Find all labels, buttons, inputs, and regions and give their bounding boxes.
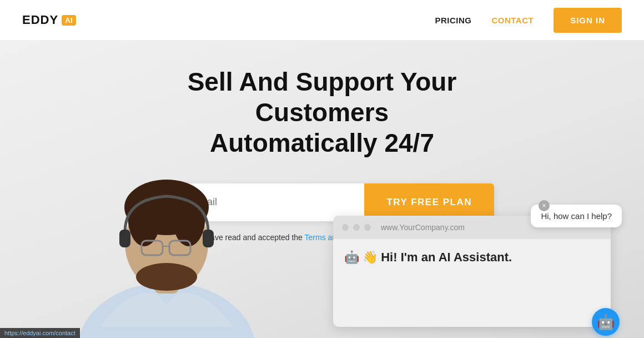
- header: EDDY AI PRICING CONTACT SIGN IN: [0, 0, 644, 40]
- logo-text: EDDY: [22, 13, 58, 27]
- status-url: https://eddyai.com/contact: [4, 330, 76, 336]
- browser-mockup: www.YourCompany.com 🤖 👋 Hi! I'm an AI As…: [333, 216, 611, 327]
- browser-dot-3: [364, 224, 371, 231]
- sign-in-button[interactable]: SIGN IN: [554, 8, 622, 33]
- ai-greeting-text: 🤖 👋 Hi! I'm an AI Assistant.: [344, 250, 512, 265]
- svg-point-4: [128, 185, 161, 246]
- bot-icon[interactable]: 🤖: [592, 308, 620, 336]
- logo: EDDY AI: [22, 13, 76, 27]
- browser-dot-2: [353, 224, 360, 231]
- nav-contact[interactable]: CONTACT: [491, 16, 534, 25]
- ai-greeting: 🤖 👋 Hi! I'm an AI Assistant.: [344, 250, 600, 265]
- chat-bubble-text: Hi, how can I help?: [541, 211, 612, 221]
- logo-badge: AI: [62, 15, 76, 26]
- nav: PRICING CONTACT SIGN IN: [435, 8, 622, 33]
- nav-pricing[interactable]: PRICING: [435, 16, 471, 25]
- svg-rect-9: [119, 230, 130, 247]
- person-illustration: [67, 116, 266, 338]
- status-bar: https://eddyai.com/contact: [0, 328, 80, 338]
- chat-close-button[interactable]: ×: [539, 200, 550, 211]
- browser-content: 🤖 👋 Hi! I'm an AI Assistant.: [333, 239, 611, 276]
- svg-rect-10: [203, 230, 214, 247]
- svg-point-11: [136, 263, 197, 291]
- browser-dot-1: [342, 224, 349, 231]
- browser-url: www.YourCompany.com: [381, 223, 465, 232]
- svg-point-5: [172, 185, 205, 246]
- hero-section: Sell And Support Your Customers Automati…: [0, 40, 644, 338]
- person-svg: [67, 116, 266, 338]
